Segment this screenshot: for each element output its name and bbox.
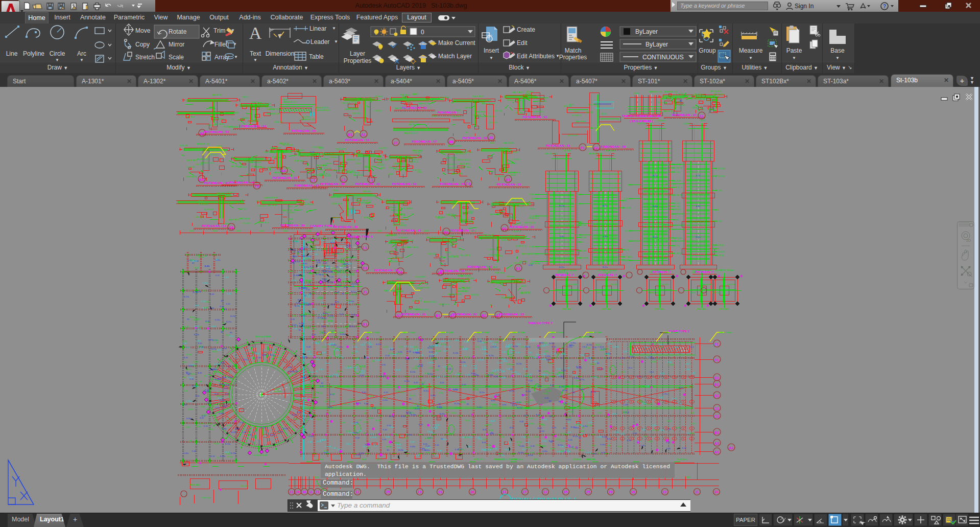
svg-text:NAIK 17 TRAP: NAIK 17 TRAP [665,332,679,334]
svg-text:C-30: C-30 [525,346,529,348]
svg-text:B-25b: B-25b [398,449,403,451]
svg-text:CS-4: CS-4 [354,369,358,371]
svg-text:D13-100: D13-100 [374,95,383,98]
svg-text:4D19: 4D19 [338,260,343,262]
svg-text:( B-PLAN ): ( B-PLAN ) [562,308,572,310]
svg-text:STIFF PL 8: STIFF PL 8 [393,222,404,224]
svg-text:POOONGAN - 57: POOONGAN - 57 [412,140,437,143]
svg-text:D10-200: D10-200 [672,171,680,173]
svg-text:C-25a: C-25a [509,350,515,352]
svg-text:CS-4: CS-4 [202,307,206,309]
svg-text:BAUT A325: BAUT A325 [330,196,342,198]
svg-text:5000: 5000 [354,230,359,232]
svg-text:CS-4: CS-4 [455,339,459,341]
svg-text:2D16: 2D16 [333,189,338,192]
svg-text:B-25b: B-25b [525,391,531,393]
svg-text:B1: B1 [312,362,315,364]
svg-text:2D16: 2D16 [402,96,408,98]
svg-text:K-40: K-40 [344,251,348,254]
svg-text:Line: Line [6,50,18,57]
svg-text:B-30: B-30 [185,326,189,328]
svg-text:CS-4: CS-4 [338,449,342,451]
svg-text:D10-150: D10-150 [672,245,680,247]
svg-text:G-40a: G-40a [311,328,317,330]
svg-text:C-25a: C-25a [625,381,630,383]
svg-text:3D16: 3D16 [568,103,573,106]
svg-text:G-30: G-30 [597,412,601,414]
svg-text:G-40a: G-40a [183,452,189,454]
svg-text:C-25a: C-25a [643,346,649,348]
svg-text:2D16: 2D16 [417,171,422,173]
svg-text:POTONGAN - 49: POTONGAN - 49 [355,182,380,186]
svg-text:B-25b: B-25b [587,344,592,346]
svg-text:B1: B1 [200,381,202,383]
svg-text:B-25a: B-25a [543,371,549,373]
svg-text:K-40: K-40 [629,356,633,358]
svg-text:G-30: G-30 [372,407,376,409]
svg-text:B-25a: B-25a [653,175,658,177]
svg-text:B-25a: B-25a [509,390,515,392]
svg-text:A1: A1 [362,133,366,136]
svg-text:BALOK B1: BALOK B1 [279,142,290,145]
svg-text:L 50.50.5: L 50.50.5 [460,290,469,292]
svg-text:C-25a: C-25a [196,328,201,330]
svg-text:BAUT A325: BAUT A325 [452,172,463,175]
svg-text:PASANG BRACING: PASANG BRACING [337,386,354,388]
svg-text:B-25a: B-25a [455,403,460,405]
svg-text:ANGKUR D19: ANGKUR D19 [663,224,676,226]
svg-text:K-40: K-40 [529,380,533,382]
svg-text:C-25a: C-25a [319,239,325,241]
svg-text:C-35-B: C-35-B [391,354,397,356]
svg-text:BAUT A325: BAUT A325 [688,97,699,100]
svg-text:CS-4: CS-4 [517,373,521,375]
svg-text:ANGKUR D19: ANGKUR D19 [448,293,462,295]
svg-text:PODONGAN - 58: PODONGAN - 58 [601,145,626,148]
svg-text:PODONGAN - 54: PODONGAN - 54 [242,124,267,128]
svg-text:G-30: G-30 [215,274,219,277]
svg-text:WF 250.125: WF 250.125 [408,284,420,287]
svg-text:B-25b: B-25b [349,399,354,401]
svg-text:K-40: K-40 [641,429,645,431]
svg-text:3D16: 3D16 [228,202,233,205]
svg-text:D13-100: D13-100 [341,171,349,173]
svg-text:C-35-B: C-35-B [325,446,331,448]
svg-text:CS-4: CS-4 [623,412,627,414]
svg-text:t=10mm: t=10mm [658,119,666,122]
svg-text:G-30: G-30 [419,339,423,341]
svg-text:B-25b: B-25b [516,363,521,365]
svg-text:C-35-B: C-35-B [481,349,487,351]
svg-text:TAMPAK POSISI ANGKUR: TAMPAK POSISI ANGKUR [622,114,661,118]
svg-text:2L 60.60.6: 2L 60.60.6 [463,151,473,153]
svg-text:C-35-B: C-35-B [667,364,674,366]
svg-text:C-25a: C-25a [662,393,668,395]
svg-text:B1: B1 [491,432,493,434]
svg-text:B-25a: B-25a [210,415,216,417]
svg-text:K-40: K-40 [660,373,664,375]
svg-text:K-40: K-40 [659,397,663,399]
svg-text:D13-100: D13-100 [506,295,514,298]
svg-text:STIFF PL 8: STIFF PL 8 [529,194,539,196]
svg-text:ANGKUR D19: ANGKUR D19 [197,158,210,161]
svg-text:BALOK B1: BALOK B1 [590,127,600,129]
svg-text:C-35-B: C-35-B [318,266,324,268]
svg-text:B1: B1 [347,285,349,287]
svg-text:C-35-B: C-35-B [650,343,656,346]
svg-text:C-25a: C-25a [497,362,503,364]
svg-text:B-30: B-30 [538,385,542,387]
svg-text:B-25b: B-25b [351,291,356,293]
svg-text:POOONGAN - 53: POOONGAN - 53 [204,130,229,133]
svg-text:4500: 4500 [330,230,336,232]
svg-text:K-40: K-40 [536,414,540,416]
svg-text:D13-100: D13-100 [563,149,571,152]
svg-text:KOLOM K1: KOLOM K1 [389,260,400,263]
svg-text:G-40a: G-40a [412,368,418,370]
svg-text:B-25a: B-25a [424,373,430,375]
svg-text:G-30: G-30 [542,445,546,447]
svg-text:C-25a: C-25a [465,374,471,376]
svg-text:B-25a: B-25a [413,407,418,409]
svg-text:D10-200: D10-200 [698,98,706,100]
svg-text:G-40a: G-40a [368,417,373,419]
svg-text:K-40: K-40 [338,284,342,286]
svg-text:K-40: K-40 [456,374,460,376]
svg-text:K-40: K-40 [592,453,596,455]
